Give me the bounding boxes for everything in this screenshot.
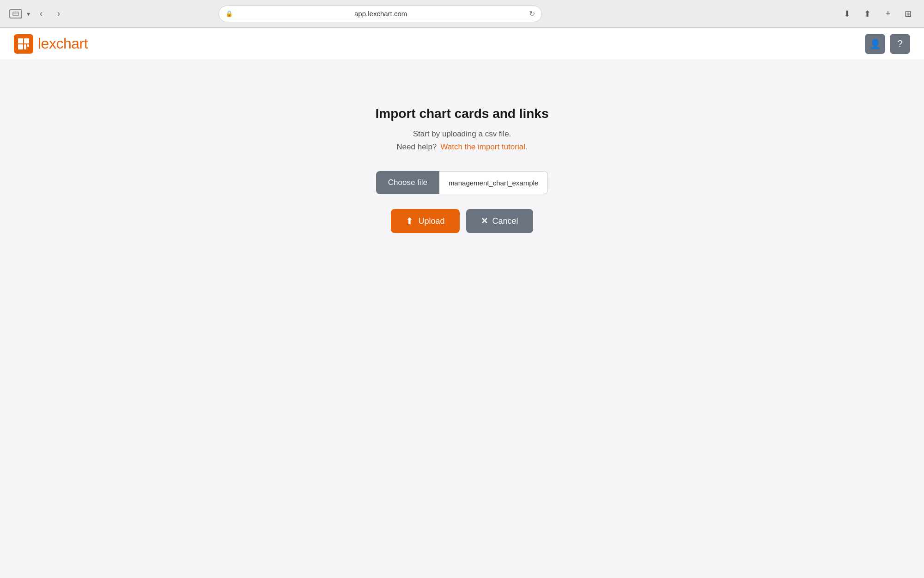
download-button[interactable]: ⬇ xyxy=(841,7,854,20)
svg-rect-0 xyxy=(13,12,18,16)
svg-rect-3 xyxy=(24,38,29,43)
svg-rect-6 xyxy=(27,44,29,47)
upload-icon: ⬆ xyxy=(406,215,413,227)
choose-file-button[interactable]: Choose file xyxy=(376,171,439,194)
forward-button[interactable]: › xyxy=(52,7,65,20)
x-icon: ✕ xyxy=(481,216,488,226)
page-title: Import chart cards and links xyxy=(376,106,549,121)
help-text: Need help? xyxy=(396,142,437,152)
upload-label: Upload xyxy=(418,216,444,226)
browser-chrome: ▾ ‹ › 🔒 app.lexchart.com ↻ ⬇ ⬆ + ⊞ xyxy=(0,0,924,28)
lock-icon: 🔒 xyxy=(225,10,233,17)
help-row: Need help? Watch the import tutorial. xyxy=(396,142,527,152)
help-button[interactable]: ? xyxy=(890,34,910,54)
logo-text: lexchart xyxy=(38,35,88,52)
cancel-button[interactable]: ✕ Cancel xyxy=(466,209,533,233)
address-bar[interactable]: 🔒 app.lexchart.com ↻ xyxy=(219,6,542,22)
cancel-label: Cancel xyxy=(492,216,518,226)
back-button[interactable]: ‹ xyxy=(35,7,48,20)
reload-button[interactable]: ↻ xyxy=(529,9,535,18)
app-header: lexchart 👤 ? xyxy=(0,28,924,60)
logo-icon xyxy=(14,34,33,54)
svg-rect-5 xyxy=(24,44,26,49)
tutorial-link[interactable]: Watch the import tutorial. xyxy=(440,142,527,152)
svg-rect-2 xyxy=(18,38,23,43)
header-buttons: 👤 ? xyxy=(865,34,910,54)
grid-button[interactable]: ⊞ xyxy=(902,7,915,20)
file-name-display: management_chart_example xyxy=(439,171,548,194)
main-content: Import chart cards and links Start by up… xyxy=(0,60,924,578)
chevron-down-icon[interactable]: ▾ xyxy=(27,10,30,18)
user-icon: 👤 xyxy=(869,38,881,49)
action-buttons: ⬆ Upload ✕ Cancel xyxy=(391,209,533,233)
question-icon: ? xyxy=(897,38,902,49)
svg-rect-4 xyxy=(18,44,23,49)
logo: lexchart xyxy=(14,34,88,54)
browser-actions: ⬇ ⬆ + ⊞ xyxy=(841,7,915,20)
upload-button[interactable]: ⬆ Upload xyxy=(391,209,459,233)
new-tab-button[interactable]: + xyxy=(881,7,894,20)
url-display: app.lexchart.com xyxy=(237,10,525,18)
user-button[interactable]: 👤 xyxy=(865,34,885,54)
share-button[interactable]: ⬆ xyxy=(861,7,874,20)
file-input-row: Choose file management_chart_example xyxy=(376,171,548,194)
browser-controls: ▾ ‹ › xyxy=(9,7,65,20)
tab-icon xyxy=(9,9,22,18)
import-subtitle: Start by uploading a csv file. xyxy=(413,129,511,139)
